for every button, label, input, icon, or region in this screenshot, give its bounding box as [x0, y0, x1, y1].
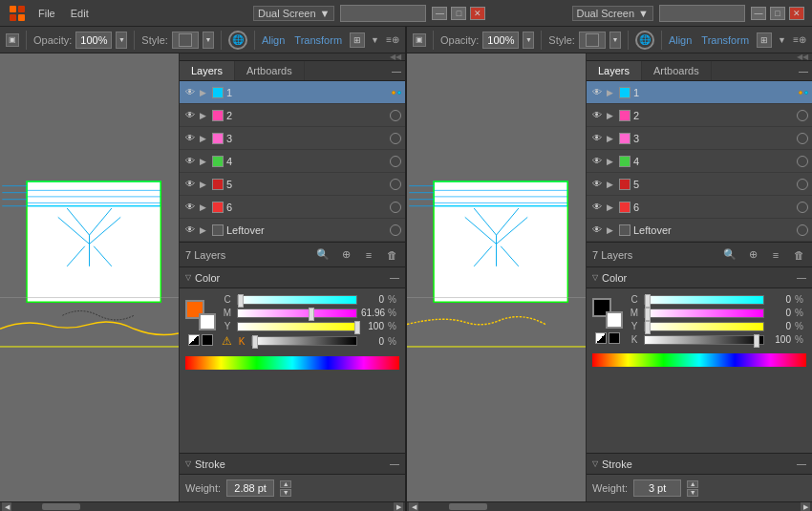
- slider-y-thumb-left[interactable]: [354, 321, 360, 334]
- layer-row-1-right[interactable]: 👁 ▶ 1: [587, 81, 812, 104]
- title-dropdown-right[interactable]: Dual Screen ▼: [572, 6, 653, 21]
- scroll-left-left[interactable]: ◀: [2, 502, 11, 512]
- close-btn-left[interactable]: ✕: [470, 7, 485, 20]
- layer-row-6-right[interactable]: 👁 ▶ 6: [587, 196, 812, 219]
- footer-sublayer-right[interactable]: ≡: [768, 247, 783, 263]
- slider-m-track-left[interactable]: [237, 309, 357, 318]
- footer-search-left[interactable]: 🔍: [315, 247, 331, 263]
- panel-toggle-right[interactable]: ≡⊕: [793, 34, 806, 45]
- menu-item-edit[interactable]: Edit: [67, 8, 93, 19]
- footer-delete-layer-right[interactable]: 🗑: [791, 247, 806, 263]
- weight-input-left[interactable]: 2.88 pt: [226, 479, 274, 497]
- layer-eye-1-left[interactable]: 👁: [183, 86, 197, 99]
- transform-btn-right[interactable]: Transform: [701, 34, 749, 46]
- transform-btn-left[interactable]: Transform: [294, 34, 342, 46]
- panel-collapse-left[interactable]: —: [392, 66, 401, 76]
- tools-btn-right[interactable]: ▣: [413, 33, 426, 47]
- minimize-btn-right[interactable]: —: [751, 7, 766, 20]
- transform-icon-right[interactable]: ⊞: [757, 32, 772, 48]
- weight-up-right[interactable]: ▲: [687, 480, 698, 488]
- color-panel-arrow-left[interactable]: ▽: [185, 273, 191, 282]
- layer-arrow-leftover-left[interactable]: ▶: [200, 225, 209, 235]
- layer-row-1-left[interactable]: 👁 ▶ 1: [180, 81, 405, 104]
- scroll-right-left[interactable]: ▶: [394, 502, 403, 512]
- layer-eye-3-left[interactable]: 👁: [183, 132, 197, 145]
- scroll-thumb-left[interactable]: [42, 503, 80, 510]
- tab-artboards-right[interactable]: Artboards: [642, 61, 712, 80]
- layer-arrow-1-left[interactable]: ▶: [200, 88, 209, 97]
- search-box-left[interactable]: [340, 5, 426, 22]
- slider-c-track-left[interactable]: [237, 295, 357, 305]
- close-btn-right[interactable]: ✕: [789, 7, 804, 20]
- tools-btn-left[interactable]: ▣: [6, 33, 19, 47]
- globe-icon-left[interactable]: 🌐: [228, 31, 247, 50]
- footer-new-layer-right[interactable]: ⊕: [745, 247, 760, 263]
- layer-eye-3-right[interactable]: 👁: [590, 132, 604, 145]
- layer-row-2-right[interactable]: 👁 ▶ 2: [587, 104, 812, 127]
- weight-input-right[interactable]: 3 pt: [633, 479, 681, 497]
- layer-row-leftover-right[interactable]: 👁 ▶ Leftover: [587, 219, 812, 242]
- slider-c-track-right[interactable]: [644, 295, 764, 305]
- layer-eye-2-right[interactable]: 👁: [590, 109, 604, 122]
- tab-layers-right[interactable]: Layers: [587, 61, 642, 80]
- swatch-back-right[interactable]: [606, 311, 623, 329]
- minimize-btn-left[interactable]: —: [432, 7, 447, 20]
- layer-arrow-3-right[interactable]: ▶: [607, 134, 616, 143]
- layer-arrow-5-right[interactable]: ▶: [607, 180, 616, 189]
- menu-item-file[interactable]: File: [34, 8, 59, 19]
- weight-up-left[interactable]: ▲: [280, 480, 291, 488]
- slider-c-thumb-right[interactable]: [645, 294, 651, 308]
- footer-new-layer-left[interactable]: ⊕: [338, 247, 353, 263]
- globe-icon-right[interactable]: 🌐: [635, 31, 654, 50]
- canvas-right[interactable]: [407, 53, 586, 501]
- scroll-thumb-right[interactable]: [449, 503, 487, 510]
- canvas-left[interactable]: [0, 53, 179, 501]
- slider-k-track-right[interactable]: [644, 335, 764, 345]
- layer-row-2-left[interactable]: 👁 ▶ 2: [180, 104, 405, 127]
- layer-eye-4-right[interactable]: 👁: [590, 155, 604, 168]
- layer-eye-5-left[interactable]: 👁: [183, 178, 197, 191]
- more-options-right[interactable]: ▼: [778, 35, 786, 45]
- color-panel-arrow-right[interactable]: ▽: [592, 273, 598, 282]
- stroke-arrow-right[interactable]: ▽: [592, 459, 598, 468]
- style-input-right[interactable]: [579, 32, 606, 49]
- layer-eye-6-right[interactable]: 👁: [590, 201, 604, 214]
- slider-k-thumb-right[interactable]: [754, 334, 759, 348]
- layer-eye-4-left[interactable]: 👁: [183, 155, 197, 168]
- layer-arrow-1-right[interactable]: ▶: [607, 88, 616, 97]
- tab-layers-left[interactable]: Layers: [180, 61, 235, 80]
- scroll-left-right[interactable]: ◀: [409, 502, 418, 512]
- weight-down-right[interactable]: ▼: [687, 489, 698, 497]
- slider-y-thumb-right[interactable]: [645, 321, 651, 334]
- tab-artboards-left[interactable]: Artboards: [235, 61, 305, 80]
- slider-m-thumb-right[interactable]: [645, 308, 651, 321]
- layer-eye-6-left[interactable]: 👁: [183, 201, 197, 214]
- slider-m-track-right[interactable]: [644, 309, 764, 318]
- color-spectrum-left[interactable]: [185, 356, 399, 370]
- layer-row-6-left[interactable]: 👁 ▶ 6: [180, 196, 405, 219]
- slider-k-track-left[interactable]: [251, 336, 357, 346]
- slider-m-thumb-left[interactable]: [309, 308, 314, 321]
- search-box-right[interactable]: [659, 5, 745, 22]
- layer-arrow-2-right[interactable]: ▶: [607, 111, 616, 120]
- slider-c-thumb-left[interactable]: [238, 294, 244, 308]
- panel-toggle-left[interactable]: ≡⊕: [386, 34, 399, 45]
- layer-arrow-3-left[interactable]: ▶: [200, 134, 209, 143]
- layer-row-leftover-left[interactable]: 👁 ▶ Leftover: [180, 219, 405, 242]
- layer-arrow-6-right[interactable]: ▶: [607, 202, 616, 212]
- layer-arrow-2-left[interactable]: ▶: [200, 111, 209, 120]
- layer-arrow-leftover-right[interactable]: ▶: [607, 225, 616, 235]
- slider-y-track-right[interactable]: [644, 322, 764, 331]
- color-spectrum-right[interactable]: [592, 353, 806, 367]
- slider-k-thumb-left[interactable]: [252, 335, 258, 349]
- layer-row-3-left[interactable]: 👁 ▶ 3: [180, 127, 405, 150]
- layer-arrow-4-left[interactable]: ▶: [200, 157, 209, 166]
- layer-arrow-4-right[interactable]: ▶: [607, 157, 616, 166]
- stroke-collapse-left[interactable]: —: [390, 458, 399, 469]
- layer-row-5-right[interactable]: 👁 ▶ 5: [587, 173, 812, 196]
- layer-eye-2-left[interactable]: 👁: [183, 109, 197, 122]
- opacity-dropdown-right[interactable]: ▼: [523, 32, 534, 49]
- layer-row-3-right[interactable]: 👁 ▶ 3: [587, 127, 812, 150]
- title-dropdown-left[interactable]: Dual Screen ▼: [253, 6, 334, 21]
- style-dropdown-left[interactable]: ▼: [203, 32, 214, 49]
